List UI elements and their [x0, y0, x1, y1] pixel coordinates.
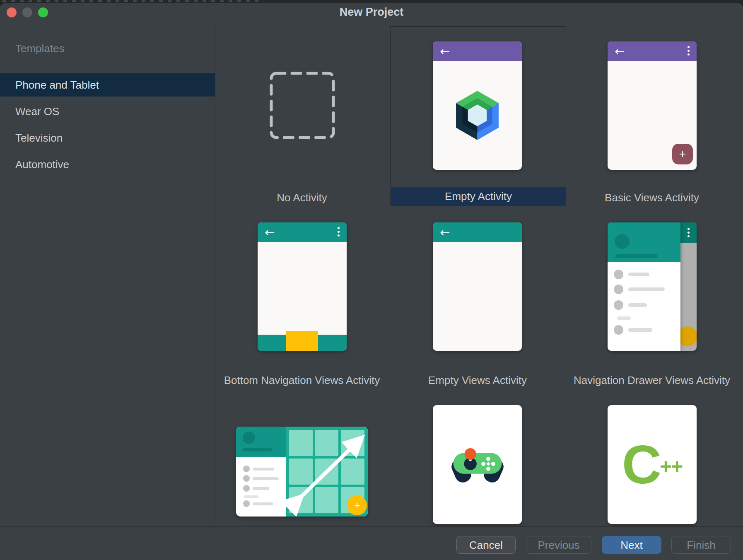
list-line — [253, 502, 273, 505]
nav-drawer-preview — [608, 222, 697, 351]
fab-plus-icon: + — [347, 495, 367, 515]
finish-button[interactable]: Finish — [671, 536, 731, 554]
kebab-menu-icon — [688, 228, 690, 237]
list-line — [253, 468, 274, 471]
header-line — [243, 448, 273, 451]
window-title: New Project — [0, 6, 743, 19]
template-card-native-cpp[interactable]: C++ — [608, 405, 697, 524]
list-avatar — [614, 270, 623, 279]
empty-activity-preview[interactable]: ← — [433, 41, 522, 170]
list-subheader-line — [244, 495, 258, 498]
back-arrow-icon: ← — [265, 225, 275, 239]
cpp-plus-plus: ++ — [660, 454, 682, 478]
list-avatar — [614, 285, 623, 294]
list-line — [253, 487, 269, 490]
game-controller-icon — [451, 443, 504, 486]
next-button[interactable]: Next — [602, 536, 661, 554]
jetpack-compose-logo-icon — [451, 89, 503, 141]
list-avatar — [243, 475, 250, 482]
bottom-nav-selected-tab — [286, 331, 318, 351]
list-avatar — [243, 466, 250, 472]
detail-grid-area: + — [286, 427, 368, 517]
kebab-menu-icon — [688, 46, 690, 56]
list-avatar — [614, 300, 623, 310]
cancel-button[interactable]: Cancel — [456, 536, 516, 554]
sidebar-item-wear-os[interactable]: Wear OS — [0, 100, 215, 123]
avatar-circle — [243, 432, 255, 444]
back-arrow-icon: ← — [440, 225, 450, 239]
previous-button[interactable]: Previous — [526, 536, 591, 554]
template-label-selected: Empty Activity — [391, 187, 566, 206]
template-label: Basic Views Activity — [561, 191, 743, 204]
template-label: Empty Views Activity — [382, 374, 573, 387]
template-label: Navigation Drawer Views Activity — [561, 374, 743, 387]
list-avatar — [243, 485, 250, 492]
kebab-menu-icon — [338, 227, 340, 237]
template-card-responsive-views[interactable]: + — [236, 427, 368, 517]
cpp-letter: C — [622, 437, 661, 492]
list-avatar — [243, 500, 250, 507]
template-card-game-activity[interactable] — [433, 405, 522, 524]
empty-views-preview: ← — [433, 222, 522, 351]
fab-plus-icon: + — [672, 144, 693, 164]
dialog-footer: Cancel Previous Next Finish — [0, 526, 743, 560]
list-line — [253, 477, 279, 480]
templates-header: Templates — [15, 42, 65, 55]
sidebar-divider — [215, 23, 215, 526]
sidebar-item-automotive[interactable]: Automotive — [0, 153, 215, 176]
bottom-nav-preview: ← — [258, 222, 347, 351]
panel-header-teal — [236, 427, 286, 457]
drawer-header — [608, 222, 680, 262]
sidebar-item-television[interactable]: Television — [0, 126, 215, 150]
back-arrow-icon: ← — [440, 44, 450, 58]
avatar-circle — [615, 234, 630, 249]
sidebar-item-phone-and-tablet[interactable]: Phone and Tablet — [0, 73, 215, 97]
list-line — [628, 303, 647, 307]
list-line — [628, 287, 665, 291]
drawer-panel — [608, 222, 680, 351]
cpp-logo-icon: C++ — [608, 405, 697, 524]
drawer-header-line — [615, 254, 658, 258]
list-line — [628, 273, 649, 276]
new-project-dialog: New Project Templates Phone and Tablet W… — [0, 0, 743, 560]
template-label: No Activity — [211, 191, 393, 204]
template-label: Bottom Navigation Views Activity — [207, 374, 397, 387]
list-subheader-line — [617, 316, 631, 320]
basic-views-preview: ← + — [608, 41, 697, 170]
dashed-placeholder-icon — [269, 71, 335, 140]
list-line — [628, 328, 652, 332]
back-arrow-icon: ← — [615, 44, 625, 58]
list-avatar — [614, 325, 623, 335]
